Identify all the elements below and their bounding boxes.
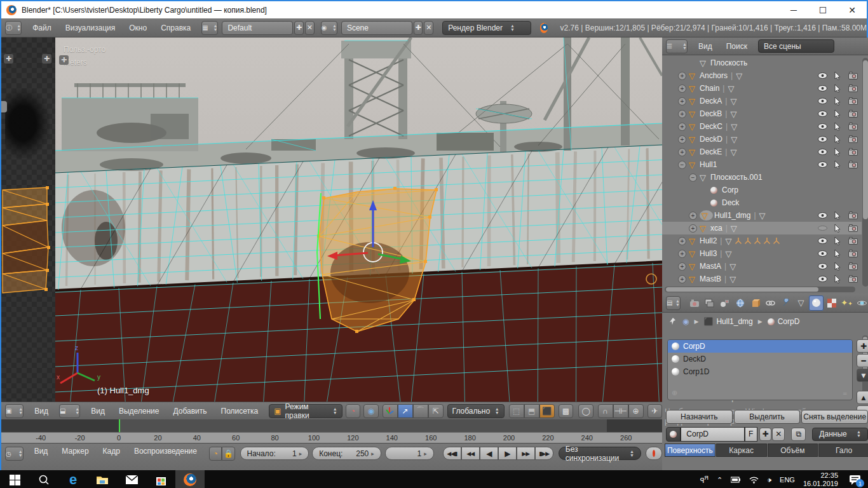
remove-material-slot-button[interactable]: ━ [857,354,868,367]
menu-item-1[interactable]: Визуализация [58,24,123,32]
scene-selector[interactable]: Scene [341,21,412,35]
outliner-item-Chain[interactable]: +▽Chain|▽ [662,82,862,95]
screen-layout-selector[interactable]: Default [222,21,293,35]
outliner-item-Плоскость.001[interactable]: −▽Плоскость.001 [662,171,862,184]
expander-icon[interactable]: + [678,123,686,131]
cursor-icon[interactable] [834,135,841,144]
properties-tab-modifiers[interactable] [778,295,793,311]
breadcrumb-object[interactable]: Hull1_dmg [716,317,752,326]
eye-icon[interactable] [818,98,827,104]
timeline-menu-2[interactable]: Кадр [96,447,127,456]
taskbar-clock[interactable]: 22:3516.01.2019 [803,471,838,488]
viewport-region-expand-icon[interactable]: ✚ [59,55,69,65]
camera-icon[interactable] [848,275,858,283]
cursor-icon[interactable] [834,211,841,220]
outliner-item-Corp[interactable]: Corp [662,184,862,196]
eye-off-icon[interactable] [818,225,827,231]
close-button[interactable]: ✕ [837,1,867,18]
viewport-menu-0[interactable]: Вид [84,407,112,416]
breadcrumb-material[interactable]: CorpD [778,317,800,326]
eye-icon[interactable] [818,263,827,269]
outliner-display-filter[interactable]: Все сцены [758,39,834,53]
mail-icon[interactable] [117,470,146,488]
expander-icon[interactable]: + [678,148,686,156]
search-icon[interactable] [29,470,58,488]
eye-icon[interactable] [818,276,827,282]
slot-list-resize-handle[interactable]: ＝ [841,389,848,398]
outliner-item-MastB[interactable]: +▽MastB|▽ [662,273,862,285]
browse-material-button[interactable] [666,427,681,442]
timeline-menu-0[interactable]: Вид [27,447,55,456]
properties-tab-particles[interactable]: ✦✦ [839,295,854,311]
add-scene-button[interactable]: ✚ [414,21,423,35]
edge-select-button[interactable]: ⬒ [524,404,539,418]
lock-frame-button[interactable]: 🔒 [222,447,234,461]
expander-icon[interactable]: + [678,85,686,93]
jump-to-start-button[interactable]: ◀◀▮ [443,447,461,460]
snap-element-button[interactable]: ⊣⊢ [613,404,628,418]
play-button[interactable]: ▶ [498,447,517,460]
unlink-material-button[interactable]: ✕ [772,428,785,441]
cursor-icon[interactable] [834,97,841,105]
outliner-item-DeckB[interactable]: +▽DeckB|▽ [662,107,862,120]
cursor-icon[interactable] [834,224,841,233]
add-material-slot-button[interactable]: ✚ [857,339,868,353]
file-explorer-icon[interactable] [88,470,117,488]
scene-crumb-icon[interactable]: ◉ [682,317,689,326]
assign-button-2[interactable]: Снять выделение [801,410,868,424]
camera-icon[interactable] [848,237,858,245]
timeline-menu-3[interactable]: Воспроизведение [127,447,204,456]
timeline-playhead[interactable] [119,419,120,432]
properties-tab-texture[interactable] [824,295,839,311]
camera-icon[interactable] [848,72,858,79]
assign-button-1[interactable]: Выделить [734,410,801,424]
material-specials-button[interactable]: ▼ [857,369,868,382]
properties-tab-world[interactable] [733,295,747,311]
current-frame-field[interactable]: 1▸ [385,447,434,460]
jump-to-end-button[interactable]: ▮▶▶ [535,447,553,460]
expander-icon[interactable]: + [678,72,686,80]
cursor-icon[interactable] [834,249,841,258]
material-type-Поверхность[interactable]: Поверхность [665,444,715,457]
outliner-vertical-scrollbar[interactable] [862,58,868,287]
properties-tab-render[interactable] [687,295,702,311]
outliner-item-DeckA[interactable]: +▽DeckA|▽ [662,95,862,107]
language-indicator[interactable]: ENG [780,476,795,484]
outliner-item-Hull1[interactable]: −▽Hull1 [662,158,862,171]
previous-keyframe-button[interactable]: ◀◀ [461,447,480,460]
eye-icon[interactable] [818,238,827,244]
eye-icon[interactable] [818,212,827,219]
cursor-icon[interactable] [834,84,841,93]
eye-icon[interactable] [818,149,827,155]
expander-icon[interactable]: + [678,275,686,283]
uv-region-expand-icon[interactable]: ✚ [42,54,51,64]
edge-browser-icon[interactable]: e [58,470,88,488]
maximize-button[interactable]: ☐ [808,1,837,18]
viewport-menu-3[interactable]: Полисетка [214,407,266,416]
sync-mode-selector[interactable]: Без синхронизации▲▼ [559,447,641,460]
orientation-selector[interactable]: Глобально▲▼ [447,404,505,418]
properties-tab-material[interactable] [809,295,824,311]
expander-icon[interactable]: + [678,237,686,245]
expander-icon[interactable]: + [678,262,686,271]
3d-viewport[interactable]: x y z Польз.-орто Meters (1) Hull1_dmg ✚ [55,37,662,402]
delete-scene-button[interactable]: ✕ [424,21,433,35]
outliner-item-Deck[interactable]: Deck [662,196,862,209]
add-layout-button[interactable]: ✚ [294,21,304,35]
timeline-editor-type-button[interactable]: ◷▲▼ [5,447,24,461]
next-keyframe-button[interactable]: ▶▶ [517,447,535,460]
camera-icon[interactable] [848,148,858,156]
expander-icon[interactable]: + [678,250,686,258]
people-icon[interactable]: ꟼЯ [700,475,709,485]
camera-icon[interactable] [848,250,858,257]
auto-keyframe-button[interactable] [646,447,662,460]
outliner-item-DeckD[interactable]: +▽DeckD|▽ [662,133,862,146]
uv-panel-tab[interactable] [1,101,7,112]
camera-icon[interactable] [848,123,858,130]
cursor-icon[interactable] [834,274,841,283]
face-select-button[interactable]: ⬛ [539,404,555,418]
outliner-item-DeckE[interactable]: +▽DeckE|▽ [662,146,862,158]
material-slot-Corp1D[interactable]: Corp1D [668,365,852,378]
expander-icon[interactable]: − [678,161,686,169]
camera-icon[interactable] [848,262,858,270]
